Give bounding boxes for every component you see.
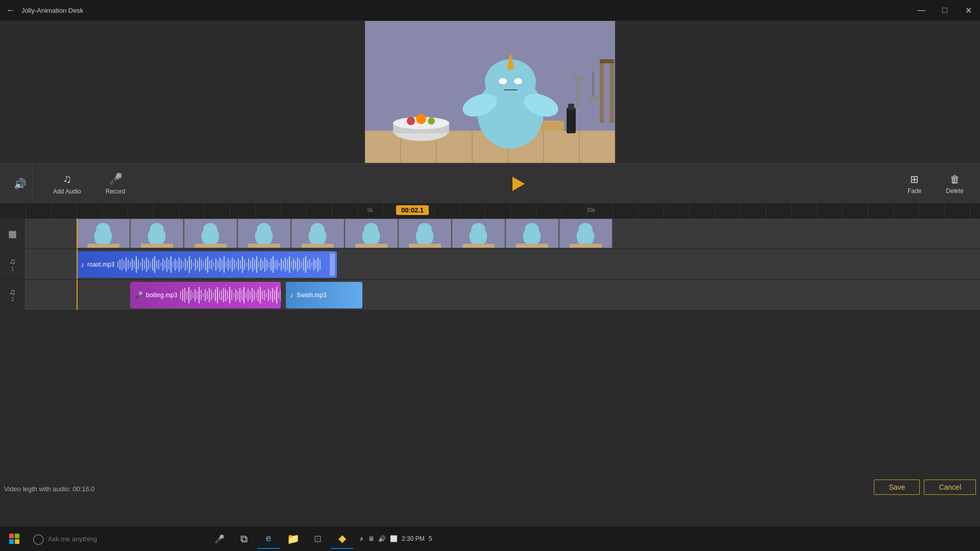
back-button[interactable]: ← — [6, 5, 15, 16]
roast-clip[interactable]: ♪ roast.mp3 — [77, 251, 337, 278]
svg-rect-165 — [277, 259, 278, 270]
network-icon[interactable]: 🖥 — [368, 535, 374, 542]
svg-rect-186 — [320, 259, 321, 270]
thumb-7 — [398, 219, 452, 248]
app-icon[interactable]: ◆ — [331, 529, 353, 549]
thumb-9 — [505, 219, 559, 248]
volume-button[interactable]: 🔊 — [8, 163, 33, 204]
svg-rect-192 — [190, 290, 191, 300]
svg-rect-239 — [9, 539, 14, 544]
svg-point-20 — [407, 117, 415, 125]
close-button[interactable]: ✕ — [957, 0, 980, 20]
svg-rect-82 — [516, 244, 548, 248]
record-button[interactable]: 🎤 Record — [93, 163, 138, 204]
svg-rect-138 — [222, 259, 223, 270]
svg-point-85 — [579, 223, 593, 235]
thumb-10 — [559, 219, 612, 248]
svg-rect-137 — [219, 257, 220, 272]
swish-clip[interactable]: ♪ Swish.mp3 — [286, 282, 362, 308]
roast-note-icon: ♪ — [81, 260, 84, 269]
svg-rect-213 — [233, 293, 234, 297]
video-track-content — [26, 219, 980, 249]
boiling-clip[interactable]: 🎤 boiling.mp3 — [130, 282, 281, 308]
save-button[interactable]: Save — [874, 480, 920, 495]
svg-point-37 — [589, 96, 597, 101]
bottom-actions: Save Cancel — [874, 480, 976, 495]
svg-rect-150 — [246, 262, 247, 267]
svg-rect-100 — [144, 260, 145, 269]
svg-rect-92 — [128, 259, 129, 270]
svg-rect-132 — [209, 260, 210, 269]
svg-rect-107 — [158, 259, 159, 270]
svg-rect-154 — [254, 259, 255, 270]
play-button[interactable] — [508, 174, 529, 194]
store-icon[interactable]: ⊡ — [306, 529, 329, 549]
notification-badge[interactable]: 5 — [429, 535, 432, 542]
svg-rect-141 — [228, 258, 229, 271]
chevron-up-icon[interactable]: ∧ — [359, 535, 364, 542]
svg-rect-177 — [301, 261, 302, 268]
taskbar-search-area[interactable]: ◯ 🎤 — [27, 529, 231, 549]
maximize-button[interactable]: □ — [933, 0, 957, 20]
svg-rect-122 — [189, 256, 190, 273]
svg-rect-145 — [236, 261, 237, 268]
video-track-icon: ▦ — [0, 219, 26, 249]
svg-rect-203 — [213, 292, 214, 298]
svg-rect-166 — [279, 262, 280, 267]
svg-point-53 — [150, 223, 164, 235]
delete-button[interactable]: 🗑 Delete — [938, 163, 972, 204]
search-input[interactable] — [48, 535, 210, 543]
svg-rect-214 — [235, 289, 236, 301]
svg-rect-124 — [193, 262, 194, 267]
svg-rect-102 — [148, 259, 149, 270]
svg-rect-151 — [248, 258, 249, 271]
file-explorer-icon[interactable]: 📁 — [282, 529, 304, 549]
svg-rect-236 — [280, 289, 281, 301]
svg-rect-148 — [242, 256, 243, 273]
svg-rect-153 — [252, 257, 253, 272]
video-length-label: Video legth with audio: 00:16.0 — [4, 482, 95, 497]
svg-rect-173 — [293, 258, 294, 271]
svg-rect-198 — [203, 293, 204, 297]
svg-rect-171 — [289, 256, 290, 273]
svg-rect-233 — [274, 290, 275, 300]
battery-icon[interactable]: ⬜ — [390, 535, 398, 542]
svg-rect-1 — [600, 62, 604, 123]
svg-rect-184 — [315, 260, 316, 269]
svg-rect-232 — [272, 288, 273, 302]
play-icon — [512, 177, 525, 191]
svg-rect-229 — [266, 293, 267, 297]
svg-rect-139 — [224, 256, 225, 273]
svg-rect-204 — [215, 289, 216, 301]
add-audio-button[interactable]: ♫ Add Audio — [41, 163, 93, 204]
svg-rect-152 — [250, 260, 251, 269]
svg-rect-96 — [136, 256, 137, 273]
svg-rect-159 — [264, 257, 265, 272]
roast-clip-handle[interactable] — [330, 253, 335, 276]
svg-rect-114 — [173, 261, 174, 268]
svg-rect-146 — [238, 258, 239, 271]
svg-rect-118 — [181, 259, 182, 270]
edge-browser-icon[interactable]: e — [257, 529, 280, 549]
svg-rect-170 — [287, 259, 288, 270]
minimize-button[interactable]: — — [910, 0, 933, 20]
svg-rect-182 — [311, 262, 312, 267]
svg-rect-62 — [248, 244, 280, 248]
volume-icon[interactable]: 🔊 — [378, 535, 386, 542]
search-mic-icon[interactable]: 🎤 — [214, 534, 225, 544]
svg-rect-121 — [187, 260, 188, 269]
svg-rect-216 — [239, 288, 240, 302]
cancel-button[interactable]: Cancel — [924, 480, 976, 495]
svg-rect-167 — [281, 258, 282, 271]
thumb-8 — [452, 219, 505, 248]
task-view-button[interactable]: ⧉ — [233, 529, 255, 549]
start-button[interactable] — [4, 529, 24, 549]
fade-button[interactable]: ⊞ Fade — [899, 163, 929, 204]
svg-rect-218 — [243, 287, 244, 303]
svg-rect-200 — [207, 291, 208, 299]
svg-rect-109 — [162, 258, 163, 271]
audio1-playhead — [77, 249, 78, 279]
svg-rect-221 — [250, 291, 251, 299]
record-label: Record — [106, 188, 126, 195]
svg-rect-89 — [121, 258, 122, 271]
